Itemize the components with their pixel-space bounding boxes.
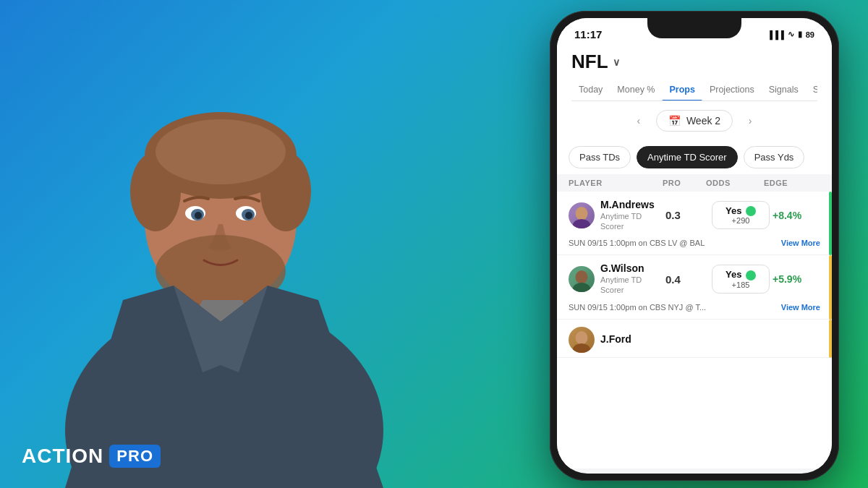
edge-value-wilson: +5.9%	[773, 273, 816, 285]
player-row: G.Wilson Anytime TDScorer 0.4 Yes	[557, 255, 832, 319]
player-details-wilson: G.Wilson Anytime TDScorer	[600, 262, 644, 295]
player-main-wilson: G.Wilson Anytime TDScorer 0.4 Yes	[557, 255, 832, 299]
prev-week-button[interactable]: ‹	[630, 112, 647, 129]
battery-value: 89	[806, 30, 814, 39]
svg-point-12	[245, 212, 252, 219]
player-name-wilson: G.Wilson	[600, 262, 644, 275]
odds-label-andrews: Yes	[720, 205, 762, 217]
player-info-ford: J.Ford	[569, 327, 663, 353]
tab-projections[interactable]: Projections	[702, 79, 762, 100]
edge-indicator-wilson	[829, 255, 832, 319]
tab-money[interactable]: Money %	[610, 79, 662, 100]
player-row-andrews: M.Andrews Anytime TDScorer 0.3 Yes	[557, 192, 832, 255]
phone-shell: 11:17 ▐▐▐ ∿ ▮ 89 NFL ∨	[550, 11, 839, 481]
battery-icon: ▮	[798, 30, 802, 39]
svg-point-11	[195, 212, 202, 219]
svg-point-16	[573, 219, 590, 228]
league-dropdown-icon[interactable]: ∨	[613, 56, 620, 68]
status-time: 11:17	[574, 28, 602, 40]
odds-label-wilson: Yes	[720, 269, 762, 281]
calendar-icon: 📅	[668, 115, 681, 127]
league-title[interactable]: NFL ∨	[571, 51, 817, 79]
player-stat-label-wilson: Anytime TDScorer	[600, 275, 644, 296]
week-selector: ‹ 📅 Week 2 ›	[557, 101, 832, 140]
player-main: M.Andrews Anytime TDScorer 0.3 Yes	[557, 192, 832, 236]
player-main-ford: J.Ford	[557, 320, 832, 357]
pill-pass-yds[interactable]: Pass Yds	[744, 146, 805, 168]
odds-icon-andrews	[746, 206, 756, 216]
avatar-wilson	[569, 266, 595, 292]
odds-btn-andrews[interactable]: Yes +290	[712, 201, 770, 230]
col-odds: Odds	[706, 179, 764, 187]
pro-value-andrews: 0.3	[665, 209, 709, 221]
player-stat-label-andrews: Anytime TDScorer	[600, 211, 655, 232]
next-week-button[interactable]: ›	[741, 112, 759, 129]
table-header: Player PRO Odds Edge	[557, 174, 832, 192]
pro-label: PRO	[109, 445, 161, 468]
player-row-wilson: G.Wilson Anytime TDScorer 0.4 Yes	[557, 255, 832, 319]
edge-value-andrews: +8.4%	[773, 210, 816, 221]
svg-point-6	[156, 119, 286, 184]
player-name-ford: J.Ford	[600, 333, 631, 346]
week-text: Week 2	[686, 115, 720, 127]
app-content: NFL ∨ Today Money % Props	[557, 45, 832, 468]
league-name: NFL	[571, 51, 608, 73]
svg-point-20	[573, 343, 590, 353]
tab-sys[interactable]: Sys	[806, 79, 817, 100]
player-row: M.Andrews Anytime TDScorer 0.3 Yes	[557, 192, 832, 255]
avatar-ford	[569, 327, 595, 353]
svg-point-19	[576, 331, 588, 345]
avatar-andrews	[569, 202, 595, 228]
pill-anytime-td[interactable]: Anytime TD Scorer	[637, 146, 738, 168]
game-info-andrews: SUN 09/15 1:00pm on CBS LV @ BAL	[569, 239, 705, 247]
pro-value-wilson: 0.4	[665, 273, 709, 286]
action-label: ACTION	[22, 445, 103, 468]
app-header: NFL ∨ Today Money % Props	[557, 45, 832, 101]
player-row: J.Ford	[557, 320, 832, 358]
player-game-andrews: SUN 09/15 1:00pm on CBS LV @ BAL View Mo…	[557, 236, 832, 254]
player-row-ford: J.Ford	[557, 320, 832, 358]
week-label[interactable]: 📅 Week 2	[656, 110, 733, 132]
game-info-wilson: SUN 09/15 1:00pm on CBS NYJ @ T...	[569, 303, 706, 312]
col-player: Player	[569, 179, 663, 187]
player-game-wilson: SUN 09/15 1:00pm on CBS NYJ @ T... View …	[557, 300, 832, 319]
svg-point-18	[573, 283, 590, 292]
phone-mockup: 11:17 ▐▐▐ ∿ ▮ 89 NFL ∨	[550, 11, 839, 481]
pill-pass-tds[interactable]: Pass TDs	[569, 146, 631, 168]
tab-props[interactable]: Props	[662, 79, 702, 100]
tab-signals[interactable]: Signals	[762, 79, 806, 100]
player-info-andrews: M.Andrews Anytime TDScorer	[569, 199, 663, 231]
svg-point-17	[576, 270, 588, 284]
col-pro: PRO	[663, 179, 706, 187]
player-name-andrews: M.Andrews	[600, 199, 655, 211]
phone-notch	[647, 18, 741, 38]
person-photo	[0, 0, 448, 488]
odds-value-andrews: +290	[720, 216, 762, 225]
col-edge: Edge	[764, 179, 807, 187]
odds-icon-wilson	[746, 270, 756, 281]
status-icons: ▐▐▐ ∿ ▮ 89	[767, 30, 814, 39]
filter-pills: Pass TDs Anytime TD Scorer Pass Yds	[557, 140, 832, 174]
player-details-andrews: M.Andrews Anytime TDScorer	[600, 199, 655, 231]
player-details-ford: J.Ford	[600, 333, 631, 346]
view-more-andrews[interactable]: View More	[781, 239, 820, 247]
odds-btn-wilson[interactable]: Yes +185	[712, 265, 770, 294]
nav-tabs: Today Money % Props Projections Signals	[571, 79, 817, 101]
odds-value-wilson: +185	[720, 281, 762, 289]
edge-indicator-ford	[829, 320, 832, 358]
view-more-wilson[interactable]: View More	[781, 303, 820, 312]
wifi-icon: ∿	[788, 30, 794, 39]
phone-screen: 11:17 ▐▐▐ ∿ ▮ 89 NFL ∨	[557, 18, 832, 474]
svg-point-15	[576, 207, 588, 221]
signal-icon: ▐▐▐	[767, 30, 783, 39]
edge-indicator-andrews	[829, 192, 832, 255]
player-info-wilson: G.Wilson Anytime TDScorer	[569, 262, 663, 295]
branding-container: ACTION PRO	[22, 445, 161, 468]
tab-today[interactable]: Today	[571, 79, 610, 100]
